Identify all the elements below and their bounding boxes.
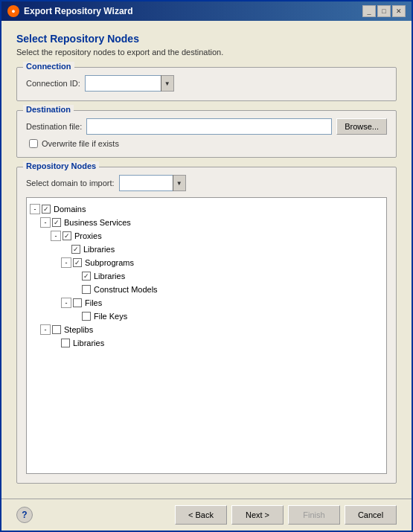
checkbox-libraries1[interactable]: ✓ [71, 245, 80, 254]
checkbox-libraries3[interactable] [61, 339, 70, 347]
label-libraries1: Libraries [83, 245, 115, 254]
destination-file-row: Destination file: Browse... [26, 118, 387, 135]
connection-section: Connection Connection ID: ▼ [16, 67, 397, 101]
expander-proxies[interactable]: - [51, 231, 61, 241]
window-title: Export Repository Wizard [24, 6, 133, 16]
label-libraries2: Libraries [94, 272, 125, 281]
destination-section: Destination Destination file: Browse... … [16, 110, 397, 158]
domain-select-row: Select domain to import: ▼ [26, 175, 387, 191]
tree-node-files[interactable]: - Files [30, 296, 383, 310]
expander-business-services[interactable]: - [40, 217, 51, 228]
overwrite-label[interactable]: Overwrite file if exists [42, 139, 119, 148]
page-title: Select Repository Nodes [16, 33, 397, 45]
cancel-button[interactable]: Cancel [345, 505, 397, 525]
footer-left: ? [16, 507, 33, 523]
destination-section-label: Destination [23, 105, 74, 114]
footer-right: < Back Next > Finish Cancel [175, 505, 397, 525]
connection-id-row: Connection ID: ▼ [26, 75, 387, 92]
expander-files[interactable]: - [61, 298, 71, 308]
checkbox-subprograms[interactable]: ✓ [73, 258, 82, 267]
browse-button[interactable]: Browse... [336, 118, 387, 135]
tree-node-subprograms[interactable]: - ✓ Subprograms [30, 256, 383, 269]
expander-subprograms[interactable]: - [61, 257, 71, 268]
window-icon: ● [7, 5, 19, 17]
expander-domains[interactable]: - [30, 204, 40, 214]
expander-steplibs[interactable]: - [40, 324, 51, 335]
label-proxies: Proxies [74, 231, 102, 240]
checkbox-business-services[interactable]: ✓ [52, 218, 61, 227]
back-button[interactable]: < Back [175, 505, 227, 525]
tree-container[interactable]: - ✓ Domains - ✓ Business Services - ✓ [26, 197, 387, 474]
overwrite-checkbox[interactable] [29, 139, 38, 148]
title-bar: ● Export Repository Wizard _ □ ✕ [1, 1, 412, 21]
finish-button[interactable]: Finish [288, 505, 340, 525]
label-file-keys: File Keys [94, 312, 127, 321]
checkbox-steplibs[interactable] [52, 325, 61, 334]
tree-node-libraries2[interactable]: ✓ Libraries [30, 269, 383, 283]
main-window: ● Export Repository Wizard _ □ ✕ Select … [0, 0, 413, 532]
next-button[interactable]: Next > [231, 505, 284, 525]
title-bar-left: ● Export Repository Wizard [7, 5, 133, 17]
connection-id-combo-wrapper: ▼ [85, 75, 174, 92]
label-subprograms: Subprograms [85, 258, 134, 267]
connection-id-label: Connection ID: [26, 79, 80, 88]
checkbox-file-keys[interactable] [82, 312, 91, 321]
domain-select-label: Select domain to import: [26, 179, 115, 188]
tree-node-file-keys[interactable]: File Keys [30, 310, 383, 323]
tree-node-business-services[interactable]: - ✓ Business Services [30, 216, 383, 229]
tree-node-libraries3[interactable]: Libraries [30, 336, 383, 350]
overwrite-row: Overwrite file if exists [29, 139, 387, 148]
repository-section: Repository Nodes Select domain to import… [16, 167, 397, 484]
help-button[interactable]: ? [16, 507, 33, 523]
checkbox-proxies[interactable]: ✓ [63, 231, 71, 240]
content-area: Select Repository Nodes Select the repos… [1, 21, 412, 499]
checkbox-libraries2[interactable]: ✓ [82, 272, 91, 281]
label-libraries3: Libraries [73, 339, 104, 347]
maximize-button[interactable]: □ [377, 5, 391, 17]
page-subtitle: Select the repository nodes to export an… [16, 48, 397, 57]
connection-section-label: Connection [23, 62, 74, 71]
close-button[interactable]: ✕ [392, 5, 406, 17]
tree-node-proxies[interactable]: - ✓ Proxies [30, 229, 383, 243]
label-files: Files [85, 298, 102, 307]
tree-node-domains[interactable]: - ✓ Domains [30, 202, 383, 216]
minimize-button[interactable]: _ [362, 5, 376, 17]
checkbox-construct-models[interactable] [82, 285, 91, 294]
destination-file-input[interactable] [86, 118, 332, 135]
tree-node-libraries1[interactable]: ✓ Libraries [30, 243, 383, 256]
checkbox-files[interactable] [73, 298, 82, 307]
domain-select[interactable] [119, 175, 186, 191]
label-business-services: Business Services [64, 218, 131, 227]
connection-id-select[interactable] [85, 75, 174, 92]
title-buttons: _ □ ✕ [362, 5, 406, 17]
tree-node-construct-models[interactable]: Construct Models [30, 283, 383, 296]
checkbox-domains[interactable]: ✓ [42, 205, 51, 214]
label-construct-models: Construct Models [94, 285, 158, 294]
domain-combo-wrapper: ▼ [119, 175, 186, 191]
footer-area: ? < Back Next > Finish Cancel [1, 499, 412, 531]
tree-node-steplibs[interactable]: - Steplibs [30, 323, 383, 336]
destination-file-label: Destination file: [26, 122, 82, 131]
label-domains: Domains [54, 205, 86, 214]
label-steplibs: Steplibs [64, 325, 93, 334]
repository-section-label: Repository Nodes [23, 161, 99, 170]
